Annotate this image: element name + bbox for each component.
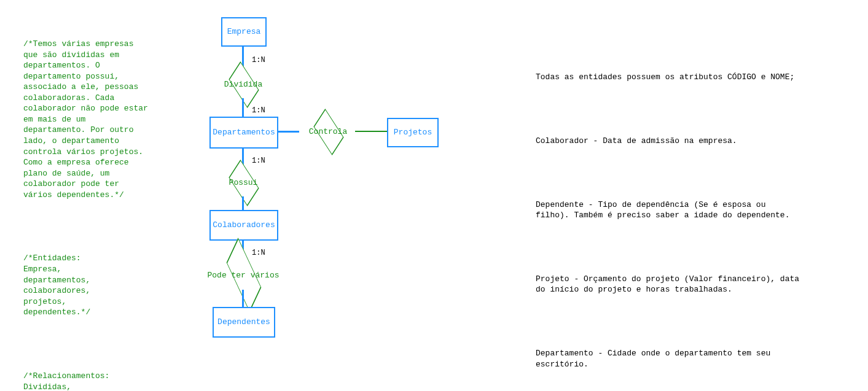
entity-colaboradores: Colaboradores bbox=[209, 210, 278, 241]
connector-line bbox=[242, 98, 244, 117]
spacer bbox=[23, 222, 152, 231]
note-projeto: Projeto - Orçamento do projeto (Valor fi… bbox=[536, 274, 800, 295]
cardinality-4: 1:N bbox=[252, 248, 265, 258]
note-dependente: Dependente - Tipo de dependência (Se é e… bbox=[536, 199, 800, 221]
comment-paragraph-2: /*Entidades: Empresa, departamentos, col… bbox=[23, 253, 152, 317]
spacer bbox=[536, 104, 800, 114]
entity-label: Empresa bbox=[227, 26, 261, 37]
entity-projetos: Projetos bbox=[387, 118, 439, 147]
connector-line bbox=[277, 131, 299, 133]
cardinality-2: 1:N bbox=[252, 106, 265, 115]
entity-empresa: Empresa bbox=[221, 17, 267, 47]
entity-label: Dependentes bbox=[217, 317, 270, 328]
entity-label: Projetos bbox=[394, 127, 432, 138]
er-diagram: Empresa 1:N Dividida 1:N Departamentos C… bbox=[184, 6, 479, 387]
note-attributes: Todas as entidades possuem os atributos … bbox=[536, 72, 800, 83]
entity-dependentes: Dependentes bbox=[213, 307, 275, 338]
relationship-label: Pode ter vários bbox=[193, 270, 294, 281]
left-comments: /*Temos várias empresas que são dividida… bbox=[23, 17, 152, 391]
relationship-dividida: Dividida bbox=[215, 70, 272, 98]
comment-paragraph-1: /*Temos várias empresas que são dividida… bbox=[23, 39, 152, 200]
spacer bbox=[23, 339, 152, 349]
spacer bbox=[536, 242, 800, 252]
connector-line bbox=[242, 290, 244, 307]
cardinality-3: 1:N bbox=[252, 156, 265, 166]
spacer bbox=[536, 168, 800, 177]
cardinality-1: 1:N bbox=[252, 55, 265, 65]
comment-paragraph-3: /*Relacionamentos: Divididas, Possui, Co… bbox=[23, 371, 152, 391]
relationship-label: Possui bbox=[216, 177, 270, 188]
connector-line bbox=[355, 131, 387, 132]
right-notes: Todas as entidades possuem os atributos … bbox=[536, 50, 800, 391]
relationship-label: Dividida bbox=[215, 79, 272, 90]
entity-departamentos: Departamentos bbox=[209, 117, 278, 149]
entity-label: Colaboradores bbox=[213, 220, 275, 231]
spacer bbox=[536, 317, 800, 327]
note-colaborador: Colaborador - Data de admissão na empres… bbox=[536, 136, 800, 147]
note-departamento: Departamento - Cidade onde o departament… bbox=[536, 348, 800, 370]
entity-label: Departamentos bbox=[213, 127, 275, 138]
page: /*Temos várias empresas que são dividida… bbox=[0, 0, 868, 391]
relationship-pode-ter-varios: Pode ter vários bbox=[193, 260, 294, 291]
relationship-label: Controla bbox=[299, 126, 358, 137]
connector-line bbox=[242, 196, 244, 210]
relationship-possui: Possui bbox=[216, 168, 270, 196]
relationship-controla: Controla bbox=[299, 117, 358, 145]
